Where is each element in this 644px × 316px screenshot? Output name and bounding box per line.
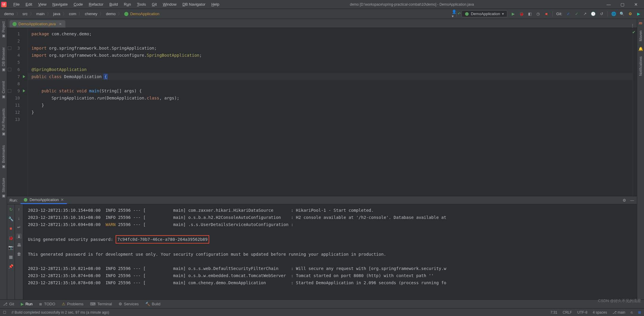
line-number[interactable]: 4 (7, 52, 26, 59)
back-icon[interactable]: ↶ (457, 12, 462, 16)
line-separator[interactable]: CRLF (563, 310, 572, 315)
camera-icon[interactable]: 📷 (8, 245, 14, 250)
menu-build[interactable]: Build (107, 1, 121, 8)
scroll-down-icon[interactable]: ↓ (16, 216, 22, 221)
line-number[interactable]: 1 (7, 30, 26, 37)
line-number[interactable]: 6 (7, 66, 26, 73)
menu-file[interactable]: File (11, 1, 22, 8)
bottom-tab-problems[interactable]: ⚠Problems (62, 302, 84, 306)
pin-icon[interactable]: 📌 (8, 264, 14, 269)
run-config-selector[interactable]: DemoApplication ▾ (462, 10, 507, 17)
right-tool-notifications[interactable]: Notifications (639, 56, 643, 76)
print-icon[interactable]: 🖶 (16, 242, 22, 248)
file-encoding[interactable]: UTF-8 (577, 310, 588, 315)
menu-window[interactable]: Window (160, 1, 179, 8)
menu-code[interactable]: Code (71, 1, 86, 8)
close-run-tab-icon[interactable]: ✕ (61, 198, 64, 202)
bell-icon[interactable]: 🔔 (638, 47, 643, 51)
close-tab-icon[interactable]: ✕ (59, 22, 62, 26)
bottom-tab-git[interactable]: ⎇Git (3, 302, 14, 306)
breadcrumb-item[interactable]: demo (3, 11, 15, 17)
scroll-to-end-icon[interactable]: ⤓ (16, 233, 22, 239)
code-line[interactable] (32, 80, 633, 87)
line-number[interactable]: 10 (7, 94, 26, 102)
git-branch[interactable]: ⎇ main (612, 310, 625, 315)
breadcrumb-item[interactable]: demo (105, 11, 117, 17)
bottom-tab-run[interactable]: ▶Run (21, 302, 33, 306)
left-tool-pull-requests[interactable]: ▣Pull Requests (1, 108, 6, 136)
console-output[interactable]: 2023-12-28T21:35:10.154+08:00 INFO 25596… (23, 204, 637, 299)
code-line[interactable]: } (32, 102, 633, 109)
code-line[interactable] (32, 37, 633, 45)
tool-wrench-icon[interactable]: 🔧 (8, 216, 14, 222)
line-number[interactable]: 2 (7, 37, 26, 45)
left-tool-commit[interactable]: ▣Commit (1, 81, 6, 99)
stop-button[interactable]: ■ (544, 12, 549, 16)
tips-icon[interactable]: ☐ (3, 310, 6, 315)
run-tool-tab[interactable]: DemoApplication ✕ (21, 196, 67, 204)
breadcrumb-item[interactable]: DemoApplication (123, 11, 160, 17)
left-tool-project[interactable]: ▣Project (1, 21, 6, 38)
search-icon[interactable]: 🔍 (620, 12, 624, 16)
menu-db-navigator[interactable]: DB Navigator (180, 1, 208, 8)
line-number[interactable]: 3 (7, 45, 26, 52)
code-line[interactable]: public static void main(String[] args) { (32, 87, 633, 94)
line-number[interactable]: 7 (7, 73, 26, 80)
left-tool-structure[interactable]: ▣Structure (1, 178, 6, 198)
minimize-button[interactable]: ― (602, 0, 615, 9)
ide-settings-icon[interactable]: ⚙ (628, 12, 633, 16)
editor-error-stripe[interactable] (633, 28, 637, 196)
code-line[interactable]: import org.springframework.boot.autoconf… (32, 52, 633, 59)
maximize-button[interactable]: ▢ (615, 0, 629, 9)
code-area[interactable]: package com.cheney.demo; import org.spri… (28, 28, 633, 196)
bottom-tab-build[interactable]: 🔨Build (145, 302, 160, 306)
profile-button[interactable]: ◷ (536, 12, 541, 16)
debug-run-icon[interactable]: 🐞 (8, 235, 14, 241)
code-line[interactable]: } (32, 109, 633, 116)
coverage-button[interactable]: ◧ (528, 12, 532, 16)
line-number[interactable]: 12 (7, 109, 26, 116)
tool-settings-icon[interactable]: ⚙ (622, 198, 627, 203)
code-line[interactable]: public class DemoApplication { (32, 73, 633, 80)
tool-hide-icon[interactable]: ― (630, 198, 634, 203)
tab-menu-icon[interactable]: ⋮ (631, 23, 634, 28)
lock-icon[interactable]: ⎋ (631, 310, 633, 315)
menu-refactor[interactable]: Refactor (86, 1, 106, 8)
menu-run[interactable]: Run (121, 1, 134, 8)
code-line[interactable] (32, 59, 633, 66)
bottom-tab-services[interactable]: ⚙Services (119, 302, 139, 306)
bottom-tab-terminal[interactable]: ⌨Terminal (90, 302, 112, 306)
menu-navigate[interactable]: Navigate (50, 1, 70, 8)
users-icon[interactable]: 👤▾ (452, 12, 456, 16)
run-play-icon[interactable]: ▶ (636, 12, 641, 16)
indent-setting[interactable]: 4 spaces (593, 310, 607, 315)
left-tool-db-browser[interactable]: ▣DB Browser (1, 47, 6, 72)
code-line[interactable]: import org.springframework.boot.SpringAp… (32, 45, 633, 52)
git-push-icon[interactable]: ↗ (582, 12, 587, 16)
m-maven-icon[interactable]: m (639, 21, 643, 25)
editor-tab-active[interactable]: DemoApplication.java ✕ (10, 20, 65, 28)
breadcrumb-item[interactable]: src (21, 11, 29, 17)
code-line[interactable]: @SpringBootApplication (32, 66, 633, 73)
stop-run-button[interactable]: ■ (8, 226, 14, 231)
code-line[interactable]: package com.cheney.demo; (32, 30, 633, 37)
menu-help[interactable]: Help (209, 1, 222, 8)
git-rollback-icon[interactable]: ↺ (599, 12, 604, 16)
code-line[interactable] (32, 116, 633, 123)
translate-icon[interactable]: 🌐 (611, 12, 616, 16)
code-editor[interactable]: 12345678910111213 package com.cheney.dem… (7, 28, 637, 196)
layout-icon[interactable]: ▦ (8, 254, 14, 260)
git-history-icon[interactable]: 🕓 (591, 12, 596, 16)
menu-edit[interactable]: Edit (23, 1, 35, 8)
git-commit-icon[interactable]: ✓ (574, 12, 579, 16)
breadcrumb-item[interactable]: java (52, 11, 62, 17)
debug-button[interactable]: 🐞 (519, 12, 524, 16)
code-line[interactable]: SpringApplication.run(DemoApplication.cl… (32, 94, 633, 102)
scroll-up-icon[interactable]: ↑ (16, 207, 22, 212)
line-number[interactable]: 5 (7, 59, 26, 66)
clear-icon[interactable]: 🗑 (16, 251, 22, 257)
line-number[interactable]: 8 (7, 80, 26, 87)
breadcrumb-item[interactable]: main (35, 11, 46, 17)
caret-position[interactable]: 7:31 (550, 310, 557, 315)
close-button[interactable]: ✕ (629, 0, 643, 9)
